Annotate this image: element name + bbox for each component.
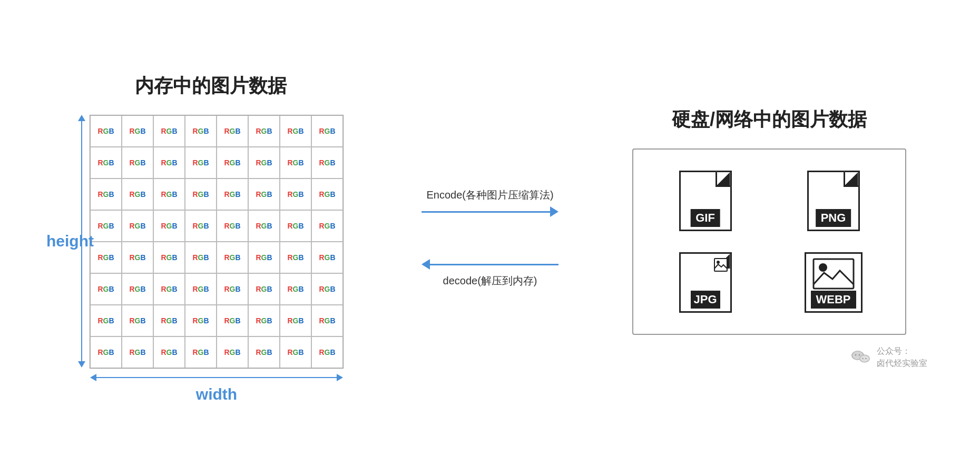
rgb-cell: RGB [280, 305, 311, 336]
rgb-cell: RGB [153, 178, 185, 210]
rgb-cell: RGB [217, 242, 248, 273]
rgb-cell: RGB [280, 115, 311, 147]
rgb-cell: RGB [122, 336, 153, 368]
file-icons-box: GIF PNG [632, 148, 906, 335]
svg-point-6 [855, 354, 857, 355]
svg-point-10 [862, 358, 863, 359]
rgb-cell: RGB [311, 210, 343, 242]
rgb-cell: RGB [280, 178, 311, 210]
middle-section: Encode(各种图片压缩算法) decode(解压到内存) [406, 188, 574, 288]
rgb-cell: RGB [280, 147, 311, 178]
rgb-cell: RGB [185, 178, 217, 210]
arrow-line-horizontal-width [96, 377, 337, 378]
rgb-cell: RGB [311, 305, 343, 336]
watermark-line1: 公众号： [877, 345, 927, 357]
rgb-cell: RGB [153, 147, 185, 178]
png-corner [844, 172, 858, 187]
height-arrow [78, 115, 85, 368]
rgb-cell: RGB [311, 147, 343, 178]
decode-arrow [422, 259, 558, 270]
rgb-cell: RGB [122, 242, 153, 273]
jpg-image-icon [714, 258, 728, 272]
decode-arrow-head-icon [422, 259, 430, 270]
rgb-cell: RGB [185, 115, 217, 147]
rgb-cell: RGB [90, 305, 122, 336]
rgb-cell: RGB [280, 273, 311, 305]
watermark-text: 公众号： 卤代烃实验室 [877, 345, 927, 369]
rgb-cell: RGB [311, 336, 343, 368]
png-file-icon: PNG [782, 171, 884, 231]
jpg-label: JPG [690, 291, 720, 309]
rgb-cell: RGB [311, 242, 343, 273]
rgb-cell: RGB [122, 210, 153, 242]
rgb-cell: RGB [217, 178, 248, 210]
width-label: width [196, 385, 237, 403]
rgb-cell: RGB [122, 147, 153, 178]
rgb-cell: RGB [153, 242, 185, 273]
width-arrow-row [90, 374, 343, 381]
left-title: 内存中的图片数据 [135, 73, 287, 99]
rgb-cell: RGB [248, 115, 280, 147]
webp-file-icon: WEBP [782, 252, 884, 313]
rgb-cell: RGB [153, 273, 185, 305]
rgb-cell: RGB [90, 147, 122, 178]
rgb-cell: RGB [185, 273, 217, 305]
gif-file-icon: GIF [654, 171, 756, 231]
rgb-cell: RGB [248, 336, 280, 368]
rgb-cell: RGB [248, 273, 280, 305]
rgb-grid: RGBRGBRGBRGBRGBRGBRGBRGBRGBRGBRGBRGBRGBR… [90, 115, 344, 369]
arrow-head-left-icon [90, 374, 96, 381]
encode-arrow [422, 206, 558, 217]
encode-group: Encode(各种图片压缩算法) [422, 188, 558, 217]
png-file-shape: PNG [807, 171, 860, 231]
main-container: 内存中的图片数据 height RGBRGBRGBRGBRGBRGBRGBRGB… [0, 0, 980, 476]
rgb-cell: RGB [90, 210, 122, 242]
jpg-file-icon: JPG [654, 252, 756, 313]
rgb-cell: RGB [217, 336, 248, 368]
svg-point-3 [819, 263, 827, 272]
rgb-cell: RGB [217, 115, 248, 147]
height-arrow-area: height [78, 115, 85, 368]
webp-image-svg [812, 258, 855, 290]
svg-point-9 [860, 355, 869, 362]
svg-rect-0 [714, 259, 727, 271]
arrow-line-vertical [81, 121, 82, 362]
rgb-cell: RGB [217, 210, 248, 242]
decode-arrow-line [430, 264, 558, 265]
rgb-cell: RGB [217, 273, 248, 305]
encode-arrow-line [422, 211, 550, 213]
rgb-cell: RGB [185, 147, 217, 178]
gif-corner [716, 172, 730, 187]
right-section: 硬盘/网络中的图片数据 GIF PNG [606, 107, 933, 369]
rgb-cell: RGB [248, 147, 280, 178]
rgb-cell: RGB [153, 336, 185, 368]
rgb-cell: RGB [311, 178, 343, 210]
png-label: PNG [816, 209, 851, 227]
svg-rect-2 [814, 259, 854, 289]
wechat-icon [850, 347, 871, 368]
rgb-cell: RGB [217, 147, 248, 178]
rgb-cell: RGB [248, 178, 280, 210]
rgb-cell: RGB [90, 273, 122, 305]
grid-column: RGBRGBRGBRGBRGBRGBRGBRGBRGBRGBRGBRGBRGBR… [90, 115, 344, 403]
rgb-cell: RGB [248, 210, 280, 242]
rgb-cell: RGB [153, 305, 185, 336]
rgb-cell: RGB [280, 210, 311, 242]
rgb-cell: RGB [280, 242, 311, 273]
rgb-cell: RGB [153, 210, 185, 242]
rgb-cell: RGB [185, 305, 217, 336]
watermark-line2: 卤代烃实验室 [877, 358, 927, 369]
encode-arrow-head-icon [550, 206, 558, 217]
gif-file-shape: GIF [679, 171, 732, 231]
svg-point-1 [717, 261, 720, 264]
rgb-cell: RGB [90, 242, 122, 273]
rgb-cell: RGB [248, 242, 280, 273]
rgb-cell: RGB [185, 210, 217, 242]
svg-point-7 [859, 354, 860, 355]
rgb-cell: RGB [280, 336, 311, 368]
left-section: 内存中的图片数据 height RGBRGBRGBRGBRGBRGBRGBRGB… [47, 73, 374, 403]
rgb-cell: RGB [217, 305, 248, 336]
rgb-cell: RGB [122, 305, 153, 336]
rgb-cell: RGB [248, 305, 280, 336]
rgb-cell: RGB [90, 178, 122, 210]
